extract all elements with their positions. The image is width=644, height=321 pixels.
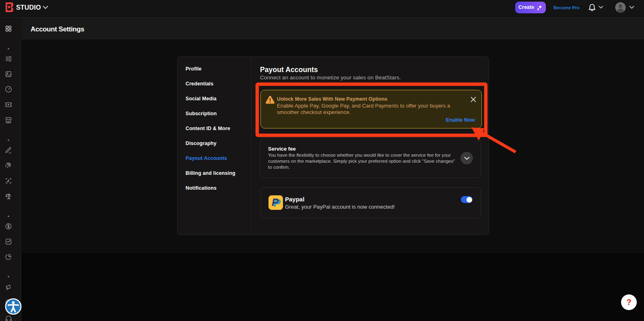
svg-text:P: P [272,196,279,208]
